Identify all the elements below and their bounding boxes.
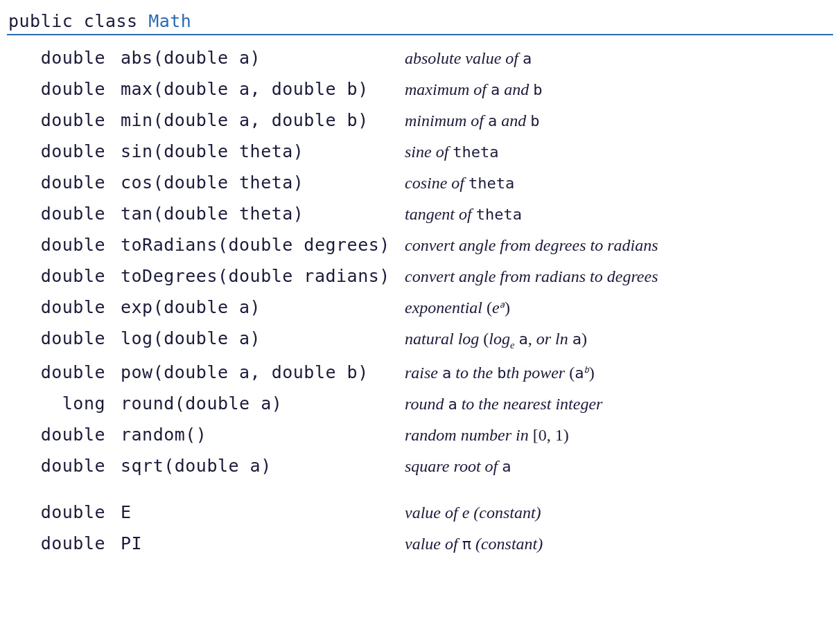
api-row: doublelog(double a)natural log (loge a, … <box>7 323 833 357</box>
signature: round(double a) <box>105 395 405 412</box>
signature: PI <box>105 535 405 552</box>
description: absolute value of a <box>405 50 833 66</box>
signature: exp(double a) <box>105 299 405 316</box>
api-row: doubletan(double theta)tangent of theta <box>7 198 833 229</box>
api-row: doublemin(double a, double b)minimum of … <box>7 105 833 136</box>
return-type: double <box>7 535 105 552</box>
description: tangent of theta <box>405 206 833 222</box>
signature: abs(double a) <box>105 49 405 66</box>
description: round a to the nearest integer <box>405 396 833 412</box>
api-row: doublemax(double a, double b)maximum of … <box>7 73 833 105</box>
description: minimum of a and b <box>405 112 833 129</box>
return-type: double <box>7 80 105 98</box>
signature: E <box>105 504 405 521</box>
api-row: doublesqrt(double a)square root of a <box>7 450 833 481</box>
signature: random() <box>105 426 405 443</box>
return-type: double <box>7 330 105 347</box>
description: value of e (constant) <box>405 504 833 521</box>
return-type: double <box>7 364 105 381</box>
return-type: double <box>7 143 105 160</box>
return-type: double <box>7 426 105 443</box>
api-row: doublePIvalue of π (constant) <box>7 528 833 559</box>
description: raise a to the bth power (ab) <box>405 364 833 381</box>
signature: toDegrees(double radians) <box>105 267 405 285</box>
signature: max(double a, double b) <box>105 80 405 98</box>
api-row: doublecos(double theta)cosine of theta <box>7 167 833 198</box>
api-table: doubleabs(double a)absolute value of ado… <box>7 35 833 559</box>
return-type: double <box>7 174 105 191</box>
return-type: double <box>7 205 105 222</box>
description: natural log (loge a, or ln a) <box>405 330 833 350</box>
return-type: double <box>7 504 105 521</box>
description: value of π (constant) <box>405 535 833 552</box>
return-type: double <box>7 112 105 129</box>
description: convert angle from radians to degrees <box>405 268 833 285</box>
class-prefix: public class <box>8 11 148 31</box>
section-gap <box>7 481 833 497</box>
api-row: doubletoDegrees(double radians)convert a… <box>7 260 833 292</box>
signature: pow(double a, double b) <box>105 364 405 381</box>
api-row: doubleexp(double a)exponential (ea) <box>7 292 833 323</box>
api-row: doublerandom()random number in [0, 1) <box>7 419 833 450</box>
signature: sqrt(double a) <box>105 457 405 474</box>
api-row: doubleEvalue of e (constant) <box>7 497 833 528</box>
api-row: doubletoRadians(double degrees)convert a… <box>7 229 833 260</box>
signature: min(double a, double b) <box>105 112 405 129</box>
description: random number in [0, 1) <box>405 427 833 443</box>
signature: log(double a) <box>105 330 405 347</box>
description: cosine of theta <box>405 175 833 191</box>
signature: cos(double theta) <box>105 174 405 191</box>
return-type: double <box>7 49 105 66</box>
signature: tan(double theta) <box>105 205 405 222</box>
return-type: double <box>7 457 105 474</box>
class-name: Math <box>148 11 191 31</box>
api-row: doubleabs(double a)absolute value of a <box>7 42 833 73</box>
signature: sin(double theta) <box>105 143 405 160</box>
api-row: doublesin(double theta)sine of theta <box>7 136 833 167</box>
description: square root of a <box>405 458 833 474</box>
return-type: double <box>7 267 105 285</box>
description: convert angle from degrees to radians <box>405 237 833 254</box>
api-row: longround(double a)round a to the neares… <box>7 388 833 419</box>
description: maximum of a and b <box>405 81 833 98</box>
return-type: double <box>7 299 105 316</box>
return-type: double <box>7 236 105 254</box>
description: sine of theta <box>405 143 833 160</box>
signature: toRadians(double degrees) <box>105 236 405 254</box>
return-type: long <box>7 395 105 412</box>
class-declaration: public class Math <box>7 11 833 35</box>
description: exponential (ea) <box>405 299 833 316</box>
api-row: doublepow(double a, double b)raise a to … <box>7 357 833 388</box>
